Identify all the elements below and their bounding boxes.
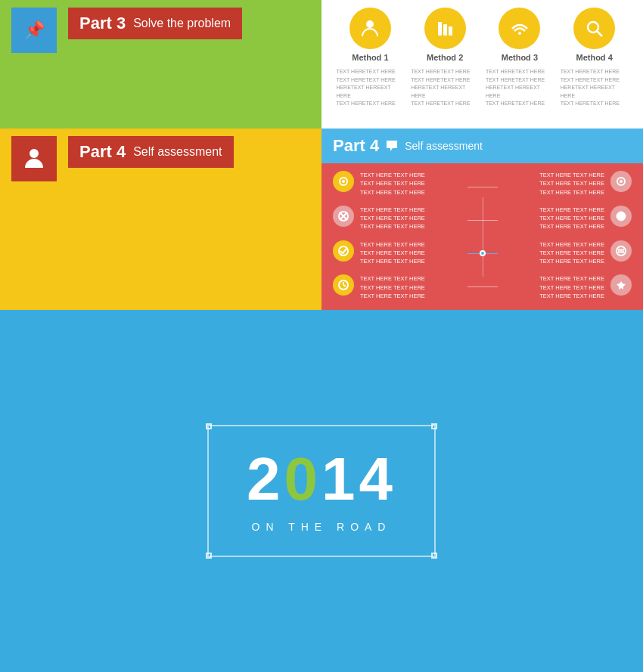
- svg-line-17: [343, 285, 346, 286]
- part4-header-desc: Self assessment: [405, 140, 483, 152]
- assess-right-row-4: TEXT HERE TEXT HERETEXT HERE TEXT HERETE…: [509, 274, 632, 300]
- assess-right-text-2: TEXT HERE TEXT HERETEXT HERE TEXT HERETE…: [539, 206, 604, 231]
- method2-item: Method 2: [411, 8, 479, 62]
- assess-text-2: TEXT HERE TEXT HERETEXT HERE TEXT HERETE…: [360, 206, 425, 231]
- part4-header: Part 4 Self assessment: [322, 129, 643, 163]
- part3-label-box: Part 3 Solve the problem: [68, 8, 242, 39]
- method3-item: Method 3: [486, 8, 554, 62]
- svg-point-5: [588, 22, 598, 33]
- svg-rect-2: [443, 24, 447, 36]
- svg-point-7: [30, 149, 39, 158]
- method4-icon: [573, 8, 615, 49]
- corner-tl: [206, 423, 212, 429]
- method3-label: Method 3: [502, 53, 538, 62]
- method1-text: TEXT HERETEXT HERETEXT HERETEXT HEREHERE…: [336, 68, 404, 108]
- assess-text-1: TEXT HERE TEXT HERETEXT HERE TEXT HERETE…: [360, 171, 425, 197]
- center-dot: [480, 250, 486, 256]
- assess-right-text-4: TEXT HERE TEXT HERETEXT HERE TEXT HERETE…: [539, 274, 604, 300]
- assess-row-2: TEXT HERE TEXT HERETEXT HERE TEXT HERETE…: [333, 206, 456, 231]
- svg-point-4: [518, 32, 521, 35]
- assess-icon-3: [333, 240, 354, 262]
- svg-rect-3: [449, 26, 452, 36]
- methods-icons-row: Method 1 Method 2: [333, 8, 632, 62]
- connector-line-3-dot: [467, 253, 498, 254]
- connector-line-2: [467, 220, 498, 221]
- method3-text: TEXT HERETEXT HERETEXT HERETEXT HEREHERE…: [486, 68, 554, 108]
- bottom-section: 2014 ON THE ROAD: [0, 310, 643, 672]
- assess-row-4: TEXT HERE TEXT HERETEXT HERE TEXT HERETE…: [333, 274, 456, 300]
- method2-label: Method 2: [427, 53, 463, 62]
- svg-point-0: [366, 20, 374, 28]
- part3-left-panel: 📌 Part 3 Solve the problem: [0, 0, 322, 129]
- corner-tr: [431, 423, 437, 429]
- assess-text-3: TEXT HERE TEXT HERETEXT HERE TEXT HERETE…: [360, 240, 425, 266]
- year-digit-2: 2: [247, 445, 284, 513]
- year-display: 2014: [247, 449, 396, 509]
- method1-label: Method 1: [352, 53, 388, 62]
- svg-rect-1: [438, 22, 442, 36]
- method4-label: Method 4: [576, 53, 612, 62]
- assess-right-text-3: TEXT HERE TEXT HERETEXT HERE TEXT HERETE…: [539, 240, 604, 266]
- year-box: 2014 ON THE ROAD: [207, 425, 436, 557]
- svg-marker-8: [387, 141, 397, 151]
- part3-right-panel: Method 1 Method 2: [322, 0, 643, 129]
- assess-right-row-3: TEXT HERE TEXT HERETEXT HERE TEXT HERETE…: [509, 240, 632, 266]
- person-icon-box: [11, 136, 57, 181]
- vertical-line: [483, 197, 483, 277]
- assess-row-3: TEXT HERE TEXT HERETEXT HERE TEXT HERETE…: [333, 240, 456, 266]
- top-section: 📌 Part 3 Solve the problem Method 1: [0, 0, 643, 129]
- method3-icon: [499, 8, 540, 49]
- part4-left-panel: Part 4 Self assessment: [0, 129, 322, 310]
- assess-right-row-2: TEXT HERE TEXT HERETEXT HERE TEXT HERETE…: [509, 206, 632, 231]
- svg-point-20: [617, 212, 626, 221]
- assess-right-icon-1: [610, 171, 632, 192]
- speech-bubble-icon: [387, 141, 397, 151]
- assess-right-row-1: TEXT HERE TEXT HERETEXT HERE TEXT HERETE…: [509, 171, 632, 197]
- svg-point-14: [339, 246, 348, 255]
- tagline-text: ON THE ROAD: [247, 521, 396, 533]
- method1-icon: [349, 8, 391, 49]
- part4-number: Part 4: [79, 142, 126, 162]
- corner-bl: [206, 553, 212, 559]
- method1-item: Method 1: [336, 8, 404, 62]
- year-digit-1: 1: [322, 445, 359, 513]
- middle-section: Part 4 Self assessment Part 4 Self asses…: [0, 129, 643, 310]
- assess-icon-2: [333, 206, 354, 227]
- assessment-left-col: TEXT HERE TEXT HERETEXT HERE TEXT HERETE…: [333, 171, 456, 303]
- method2-text: TEXT HERETEXT HERETEXT HERETEXT HEREHERE…: [411, 68, 479, 108]
- connector-line-1: [467, 187, 498, 187]
- part4-right-panel: Part 4 Self assessment TEXT HERE TEXT HE…: [322, 129, 643, 310]
- method2-icon: [424, 8, 466, 49]
- part4-content: TEXT HERE TEXT HERETEXT HERE TEXT HERETE…: [322, 163, 643, 311]
- part4-header-number: Part 4: [333, 136, 379, 156]
- assess-icon-1: [333, 171, 354, 192]
- svg-point-10: [342, 180, 345, 183]
- part4-label-box: Part 4 Self assessment: [68, 136, 234, 168]
- svg-point-19: [620, 180, 623, 183]
- assessment-right-col: TEXT HERE TEXT HERETEXT HERE TEXT HERETE…: [509, 171, 632, 303]
- assess-right-text-1: TEXT HERE TEXT HERETEXT HERE TEXT HERETE…: [539, 171, 604, 197]
- assess-text-4: TEXT HERE TEXT HERETEXT HERE TEXT HERETE…: [360, 274, 425, 300]
- methods-text-row: TEXT HERETEXT HERETEXT HERETEXT HEREHERE…: [333, 68, 632, 108]
- person-icon: [22, 147, 46, 171]
- corner-br: [431, 553, 437, 559]
- assess-row-1: TEXT HERE TEXT HERETEXT HERE TEXT HERETE…: [333, 171, 456, 197]
- connector-area: [464, 171, 502, 303]
- assess-right-icon-3: [610, 240, 632, 262]
- year-digit-4: 4: [359, 445, 397, 513]
- part4-description: Self assessment: [133, 145, 222, 159]
- assess-icon-4: [333, 274, 354, 296]
- assess-right-icon-2: [610, 206, 632, 227]
- method4-item: Method 4: [561, 8, 629, 62]
- assess-right-icon-4: [610, 274, 632, 296]
- year-digit-0: 0: [284, 445, 322, 513]
- method4-text: TEXT HERETEXT HERETEXT HERETEXT HEREHERE…: [561, 68, 629, 108]
- svg-line-6: [597, 31, 602, 36]
- thumbtack-icon: 📌: [24, 20, 45, 40]
- part3-number: Part 3: [79, 14, 126, 33]
- connector-line-4: [467, 286, 498, 287]
- pin-icon-box: 📌: [11, 8, 57, 53]
- part3-description: Solve the problem: [133, 17, 231, 30]
